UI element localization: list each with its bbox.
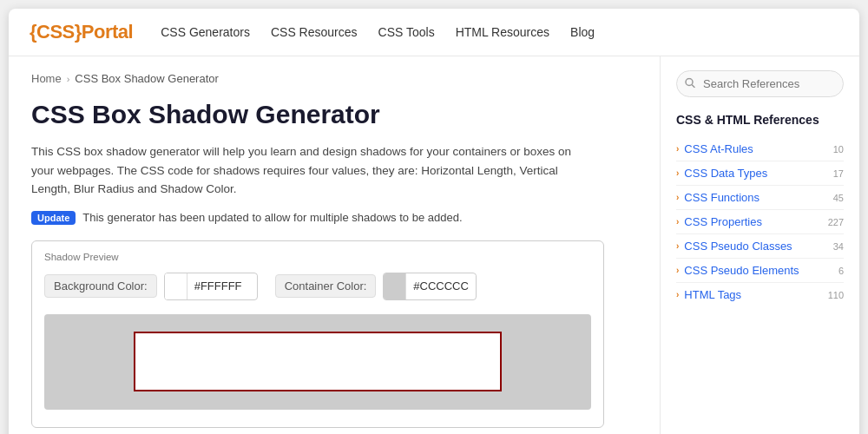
ref-count-5: 6 xyxy=(838,266,844,276)
nav-links: CSS Generators CSS Resources CSS Tools H… xyxy=(161,24,595,40)
ref-item-2[interactable]: › CSS Functions 45 xyxy=(676,186,844,210)
ref-count-3: 227 xyxy=(828,217,844,227)
sidebar-section-title: CSS & HTML References xyxy=(676,113,844,127)
ref-item-6[interactable]: › HTML Tags 110 xyxy=(676,283,844,306)
content-area: Home › CSS Box Shadow Generator CSS Box … xyxy=(9,56,660,434)
ref-chevron-5: › xyxy=(676,266,679,275)
ref-count-2: 45 xyxy=(833,193,844,203)
container-color-input-group[interactable] xyxy=(383,273,477,300)
breadcrumb: Home › CSS Box Shadow Generator xyxy=(31,72,637,85)
container-color-label: Container Color: xyxy=(275,274,377,298)
top-nav: {CSS}Portal CSS Generators CSS Resources… xyxy=(9,9,859,56)
ref-name-2: CSS Functions xyxy=(684,191,827,204)
update-badge: Update xyxy=(31,211,76,225)
preview-area xyxy=(44,314,591,410)
page-title: CSS Box Shadow Generator xyxy=(31,99,637,130)
ref-name-6: HTML Tags xyxy=(684,288,822,301)
ref-count-1: 17 xyxy=(833,168,844,179)
ref-chevron-0: › xyxy=(676,144,679,154)
main-layout: Home › CSS Box Shadow Generator CSS Box … xyxy=(9,56,859,434)
ref-chevron-6: › xyxy=(676,290,679,299)
ref-chevron-3: › xyxy=(676,217,679,227)
ref-item-0[interactable]: › CSS At-Rules 10 xyxy=(676,137,844,161)
nav-item-tools[interactable]: CSS Tools xyxy=(378,24,435,40)
ref-name-5: CSS Pseudo Elements xyxy=(684,264,833,277)
update-text: This generator has been updated to allow… xyxy=(82,211,462,224)
nav-item-blog[interactable]: Blog xyxy=(570,24,595,40)
svg-point-0 xyxy=(686,78,693,85)
ref-chevron-2: › xyxy=(676,193,679,202)
update-notice: Update This generator has been updated t… xyxy=(31,211,637,225)
breadcrumb-current: CSS Box Shadow Generator xyxy=(75,72,218,85)
ref-chevron-1: › xyxy=(676,168,679,178)
search-box[interactable] xyxy=(676,70,844,97)
site-logo[interactable]: {CSS}Portal xyxy=(30,21,133,43)
ref-item-4[interactable]: › CSS Pseudo Classes 34 xyxy=(676,234,844,259)
bg-color-control: Background Color: xyxy=(44,273,258,300)
color-controls: Background Color: Container Color: xyxy=(44,273,591,300)
breadcrumb-chevron: › xyxy=(67,74,70,84)
shadow-preview-panel: Shadow Preview Background Color: Contain… xyxy=(31,240,604,428)
nav-item-html[interactable]: HTML Resources xyxy=(456,24,549,40)
search-input[interactable] xyxy=(676,70,844,97)
nav-item-generators[interactable]: CSS Generators xyxy=(161,24,250,40)
ref-chevron-4: › xyxy=(676,241,679,251)
container-color-control: Container Color: xyxy=(275,273,477,300)
nav-item-resources[interactable]: CSS Resources xyxy=(271,24,358,40)
breadcrumb-home[interactable]: Home xyxy=(31,72,62,85)
ref-item-3[interactable]: › CSS Properties 227 xyxy=(676,210,844,234)
ref-name-1: CSS Data Types xyxy=(684,167,827,180)
ref-count-6: 110 xyxy=(828,290,844,300)
bg-color-swatch[interactable] xyxy=(165,273,187,299)
ref-count-0: 10 xyxy=(833,144,844,155)
bg-color-input-group[interactable] xyxy=(164,273,258,300)
search-icon xyxy=(685,77,695,90)
ref-name-4: CSS Pseudo Classes xyxy=(684,240,827,253)
shadow-preview-title: Shadow Preview xyxy=(44,252,591,262)
shadow-box xyxy=(135,333,500,390)
ref-count-4: 34 xyxy=(833,241,844,252)
ref-list: › CSS At-Rules 10 › CSS Data Types 17 › … xyxy=(676,137,844,306)
page-wrapper: {CSS}Portal CSS Generators CSS Resources… xyxy=(9,9,859,434)
page-description: This CSS box shadow generator will help … xyxy=(31,142,587,199)
bg-color-label: Background Color: xyxy=(44,274,157,298)
container-color-input[interactable] xyxy=(406,275,476,297)
ref-name-0: CSS At-Rules xyxy=(684,142,827,155)
svg-line-1 xyxy=(693,85,695,88)
container-color-swatch[interactable] xyxy=(384,273,406,299)
sidebar: CSS & HTML References › CSS At-Rules 10 … xyxy=(660,56,859,434)
ref-item-5[interactable]: › CSS Pseudo Elements 6 xyxy=(676,259,844,283)
ref-item-1[interactable]: › CSS Data Types 17 xyxy=(676,161,844,186)
ref-name-3: CSS Properties xyxy=(684,215,822,228)
bg-color-input[interactable] xyxy=(187,275,257,297)
